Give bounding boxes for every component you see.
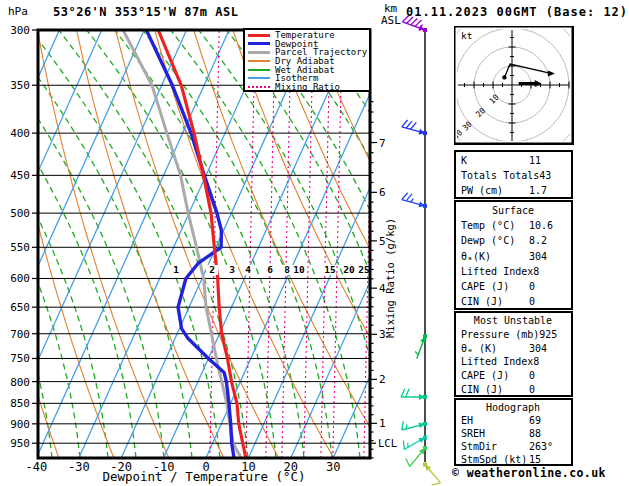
index-row-totals: Totals Totals43 [456,168,571,183]
wind-barb-column [401,15,440,485]
surface-panel: Surface Temp (°C)10.6 Dewp (°C)8.2 θₑ(K)… [454,200,573,310]
svg-text:6: 6 [267,264,273,275]
hodograph-panel: Hodograph EH69 SREH88 StmDir263° StmSpd … [454,398,573,466]
wet-adiabat-swatch [248,69,270,71]
chart-legend: Temperature Dewpoint Parcel Trajectory D… [243,28,371,92]
temperature-curve [158,30,246,458]
surface-li-row: Lifted Index8 [456,264,571,279]
mu-cin-row: CIN (J)0 [456,383,571,397]
surface-dewp-row: Dewp (°C)8.2 [456,233,571,248]
hodo-panel-title: Hodograph [456,401,571,414]
svg-text:25: 25 [358,264,370,275]
surface-cin-row: CIN (J)0 [456,294,571,309]
svg-text:450: 450 [10,169,30,182]
svg-text:20: 20 [343,264,355,275]
svg-text:8: 8 [284,264,290,275]
svg-text:15: 15 [324,264,336,275]
mu-cape-row: CAPE (J)0 [456,369,571,383]
surface-panel-title: Surface [456,203,571,218]
svg-text:600: 600 [10,272,30,285]
hodo-eh-row: EH69 [456,414,571,427]
mu-thetae-row: θₑ (K)304 [456,342,571,356]
lcl-label: LCL [378,437,397,449]
svg-text:1: 1 [379,417,386,430]
svg-text:700: 700 [10,328,30,341]
copyright: © weatheronline.co.uk [452,466,606,480]
most-unstable-panel: Most Unstable Pressure (mb)925 θₑ (K)304… [454,311,573,397]
pressure-unit-label: hPa [8,5,28,18]
datetime-label: 01.11.2023 00GMT (Base: 12) [406,5,628,19]
svg-text:500: 500 [10,207,30,220]
indices-panel: K11 Totals Totals43 PW (cm)1.7 [454,150,573,199]
station-title: 53°26'N 353°15'W 87m ASL [53,5,238,19]
svg-text:750: 750 [10,352,30,365]
svg-text:900: 900 [10,418,30,431]
svg-text:950: 950 [10,437,30,450]
mu-pressure-row: Pressure (mb)925 [456,328,571,342]
hodograph-unit-label: kt [461,30,472,41]
svg-text:10: 10 [293,264,305,275]
svg-text:6: 6 [379,186,386,199]
svg-text:4: 4 [245,264,251,275]
svg-text:350: 350 [10,79,30,92]
dewpoint-line-swatch [248,42,270,45]
hodograph: 10203040 [454,26,574,145]
index-row-k: K11 [456,153,571,168]
surface-temp-row: Temp (°C)10.6 [456,218,571,233]
svg-text:3: 3 [229,264,235,275]
hodo-stmspd-row: StmSpd (kt)15 [456,453,571,466]
svg-text:550: 550 [10,241,30,254]
svg-text:400: 400 [10,127,30,140]
mu-li-row: Lifted Index8 [456,355,571,369]
x-axis-title: Dewpoint / Temperature (°C) [38,469,370,484]
hodo-sreh-row: SREH88 [456,427,571,440]
temperature-line-swatch [248,34,270,37]
surface-thetae-row: θₑ(K)304 [456,249,571,264]
legend-item: Mixing Ratio [248,83,369,92]
pressure-axis: 3003504004505005506006507007508008509009… [10,24,38,450]
svg-text:2: 2 [379,373,386,386]
svg-text:650: 650 [10,301,30,314]
index-row-pw: PW (cm)1.7 [456,183,571,198]
parcel-line-swatch [248,51,270,54]
surface-cape-row: CAPE (J)0 [456,279,571,294]
svg-text:300: 300 [10,24,30,37]
dry-adiabat-swatch [248,60,270,62]
svg-text:800: 800 [10,376,30,389]
skewt-sounding-page: 1234681015202530035040045050055060065070… [0,0,629,486]
mu-panel-title: Most Unstable [456,314,571,328]
isotherm-swatch [248,77,270,79]
hodo-stmdir-row: StmDir263° [456,440,571,453]
alt-unit-asl: ASL [381,14,401,27]
svg-text:2: 2 [209,264,215,275]
svg-text:1: 1 [173,264,179,275]
svg-text:7: 7 [379,137,386,150]
svg-text:850: 850 [10,397,30,410]
mixing-ratio-swatch [248,86,270,88]
